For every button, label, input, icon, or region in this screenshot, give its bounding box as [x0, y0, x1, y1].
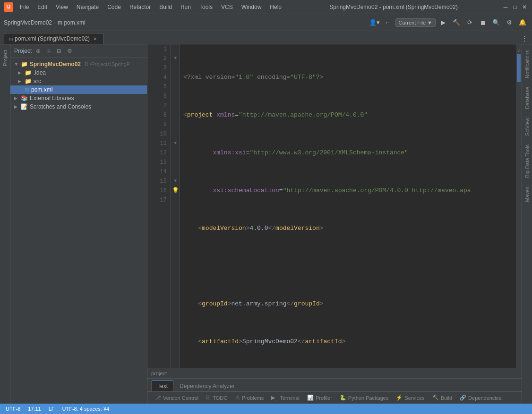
minimize-button[interactable]: ─ — [502, 3, 509, 11]
line-num-4: 4 — [151, 73, 167, 82]
tab-menu-button[interactable]: ⋮ — [519, 33, 530, 44]
run-button[interactable]: ▶ — [438, 17, 449, 28]
project-sidebar: Project ⊕ ≡ ⊟ ⚙ _ ▼ 📁 SpringMvcDemo02 D:… — [10, 44, 147, 404]
database-panel-button[interactable]: Database — [523, 83, 532, 113]
line-sep-status[interactable]: LF — [47, 405, 57, 413]
add-icon[interactable]: ⊕ — [34, 46, 43, 56]
todo-button[interactable]: ☑ TODO — [202, 393, 232, 403]
current-file-button[interactable]: Current File ▼ — [395, 18, 436, 27]
app-logo: IJ — [4, 2, 13, 12]
sidebar-settings-icon[interactable]: ⚙ — [65, 46, 74, 56]
code-content[interactable]: <?xml version="1.0" encoding="UTF-8"?> <… — [180, 44, 516, 368]
notifications-panel-button[interactable]: Notifications — [523, 46, 532, 82]
tree-item-project[interactable]: ▼ 📁 SpringMvcDemo02 D:\Projects\SpringP — [10, 60, 147, 68]
back-button[interactable]: ← — [382, 17, 394, 28]
project-tab[interactable]: Project — [1, 46, 9, 70]
menu-vcs[interactable]: VCS — [217, 3, 237, 11]
line-num-16: 16 — [151, 186, 167, 195]
search-icon-button[interactable]: 🔍 — [490, 17, 502, 28]
file-breadcrumb-bar: project — [147, 368, 522, 378]
line-num-1: 1 — [151, 44, 167, 54]
bulb-marker-line16[interactable]: 💡 — [172, 186, 179, 195]
expand-collapse-icon[interactable]: ⊟ — [54, 46, 64, 56]
close-button[interactable]: ✕ — [521, 3, 528, 11]
tree-item-external-libs[interactable]: ▶ 📚 External Libraries — [10, 94, 147, 102]
indent-label: UTF-8: 4 spaces: ¥4 — [62, 406, 110, 412]
tree-item-pom-xml[interactable]: ▶ m pom.xml — [10, 85, 147, 94]
project-node-label: SpringMvcDemo02 — [30, 61, 81, 68]
file-breadcrumb-label: project — [151, 371, 167, 376]
status-bar: UTF-8 17:11 LF UTF-8: 4 spaces: ¥4 — [0, 404, 532, 414]
tab-text[interactable]: Text — [151, 380, 174, 391]
external-libs-label: External Libraries — [30, 95, 74, 101]
tab-dependency-analyzer[interactable]: Dependency Analyzer — [174, 381, 240, 391]
line-num-17: 17 — [151, 195, 167, 205]
menu-build[interactable]: Build — [155, 3, 176, 11]
fold-marker-line2[interactable]: ▼ — [172, 54, 179, 63]
encoding-label: UTF-8 — [6, 406, 20, 412]
tree-item-idea[interactable]: ▶ 📁 .idea — [10, 68, 147, 77]
menu-tools[interactable]: Tools — [196, 3, 216, 11]
big-data-tools-panel-button[interactable]: Big Data Tools — [523, 141, 532, 182]
version-control-button[interactable]: ⎇ Version Control — [151, 393, 202, 403]
line-num-13: 13 — [151, 158, 167, 167]
file-tab-pom[interactable]: m pom.xml (SpringMvcDemo02) ✕ — [4, 33, 103, 44]
python-packages-button[interactable]: 🐍 Python Packages — [336, 393, 393, 403]
line-num-7: 7 — [151, 101, 167, 110]
main-content: Project Project ⊕ ≡ ⊟ ⚙ _ ▼ 📁 SpringMvcD… — [0, 44, 532, 404]
menu-window[interactable]: Window — [238, 3, 266, 11]
notifications-icon-button[interactable]: 🔔 — [517, 17, 528, 28]
menu-run[interactable]: Run — [177, 3, 195, 11]
user-icon-button[interactable]: 👤▾ — [369, 17, 380, 28]
sidebar-minimize-icon[interactable]: _ — [75, 46, 85, 56]
expand-arrow-idea: ▶ — [18, 70, 23, 75]
fold-marker-line15[interactable]: ▼ — [172, 177, 179, 186]
expand-arrow-scratches: ▶ — [14, 104, 19, 109]
editor-right-scrollbar[interactable]: ✓ — [516, 44, 522, 368]
line-num-10: 10 — [151, 129, 167, 139]
profiler-button[interactable]: 📊 Profiler — [303, 393, 336, 403]
src-label: src — [34, 78, 41, 84]
project-path: D:\Projects\SpringP — [85, 61, 130, 67]
build-button[interactable]: 🔨 — [451, 17, 462, 28]
indent-status[interactable]: UTF-8: 4 spaces: ¥4 — [60, 405, 112, 413]
scroll-position-marker — [517, 54, 521, 82]
version-control-icon: ⎇ — [155, 395, 161, 401]
fold-marker-line11[interactable]: ▼ — [172, 139, 179, 148]
sciview-panel-button[interactable]: SciView — [523, 114, 532, 140]
encoding-status[interactable]: UTF-8 — [4, 405, 22, 413]
problems-button[interactable]: ⚠ Problems — [232, 393, 267, 403]
external-libs-icon: 📚 — [21, 95, 28, 101]
maven-panel-button[interactable]: Maven — [523, 183, 532, 206]
line-num-11: 11 — [151, 139, 167, 148]
sort-icon[interactable]: ≡ — [44, 46, 53, 56]
menu-navigate[interactable]: Navigate — [73, 3, 103, 11]
code-line-4: xsi:schemaLocation="http://maven.apache.… — [183, 186, 512, 195]
line-num-6: 6 — [151, 92, 167, 101]
menu-refactor[interactable]: Refactor — [126, 3, 154, 11]
line-col-label: 17:11 — [28, 406, 41, 412]
profiler-icon: 📊 — [307, 395, 314, 401]
debug-run-button[interactable]: ⟳ — [464, 17, 475, 28]
tree-item-src[interactable]: ▶ 📁 src — [10, 77, 147, 85]
menu-edit[interactable]: Edit — [34, 3, 51, 11]
code-editor[interactable]: 1 2 3 4 5 6 7 8 9 10 11 12 13 14 15 16 1… — [147, 44, 522, 368]
services-button[interactable]: ⚡ Services — [392, 393, 428, 403]
settings-icon-button[interactable]: ⚙ — [504, 17, 515, 28]
menu-code[interactable]: Code — [103, 3, 125, 11]
build-button-bottom[interactable]: 🔨 Build — [429, 393, 456, 403]
line-col-status[interactable]: 17:11 — [26, 405, 43, 413]
dependencies-button[interactable]: 🔗 Dependencies — [456, 393, 505, 403]
menu-view[interactable]: View — [52, 3, 72, 11]
file-tab-close-button[interactable]: ✕ — [92, 35, 98, 42]
services-icon: ⚡ — [396, 395, 403, 401]
title-bar: IJ File Edit View Navigate Code Refactor… — [0, 0, 532, 14]
terminal-button[interactable]: ▶_ Terminal — [267, 393, 303, 403]
tree-item-scratches[interactable]: ▶ 📝 Scratches and Consoles — [10, 102, 147, 111]
editor-area: 1 2 3 4 5 6 7 8 9 10 11 12 13 14 15 16 1… — [147, 44, 522, 404]
maximize-button[interactable]: □ — [511, 3, 519, 11]
line-num-3: 3 — [151, 63, 167, 73]
menu-file[interactable]: File — [16, 3, 33, 11]
stop-button[interactable]: ◼ — [477, 17, 489, 28]
menu-help[interactable]: Help — [266, 3, 285, 11]
